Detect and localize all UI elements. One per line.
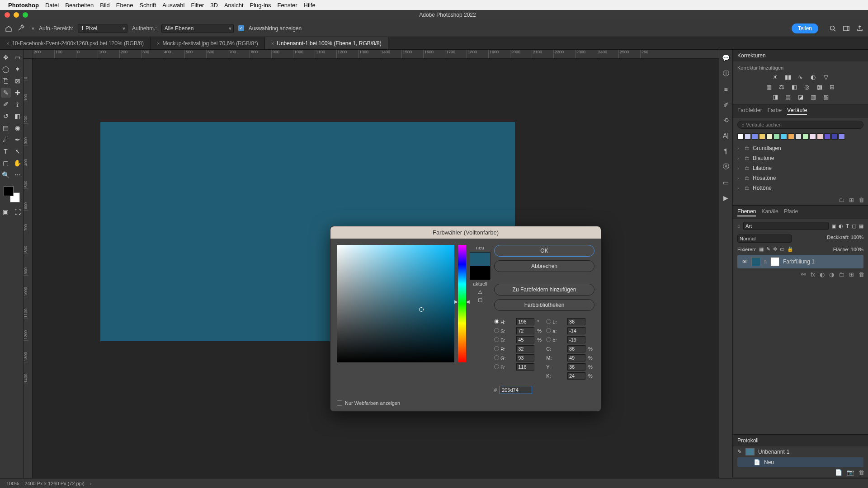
color-swatches[interactable] (4, 186, 20, 202)
blur-tool-icon[interactable]: ◉ (13, 123, 23, 133)
threshold-icon[interactable]: ◪ (796, 93, 805, 100)
home-icon[interactable] (5, 24, 13, 33)
filter-smart-icon[interactable]: ▦ (859, 223, 863, 229)
zoom-level[interactable]: 100% (6, 481, 19, 486)
gradient-swatch[interactable] (795, 133, 802, 140)
stamp-tool-icon[interactable]: ⟟ (13, 99, 23, 109)
gradient-swatch[interactable] (781, 133, 787, 140)
hex-input[interactable] (500, 386, 532, 394)
artboard-tool-icon[interactable]: ▭ (13, 52, 23, 62)
s-input[interactable] (516, 327, 534, 334)
info-panel-icon[interactable]: ⓘ (723, 70, 729, 78)
gradients-search[interactable]: ⌕ Verläufe suchen (737, 121, 863, 129)
character-panel-icon[interactable]: A| (723, 132, 729, 139)
h-input[interactable] (516, 318, 534, 325)
snapshot-brush-icon[interactable]: ✎ (737, 449, 742, 455)
h-radio[interactable] (494, 319, 499, 324)
doc-tab-1[interactable]: ×10-Facebook-Event-2400x1260.psd bei 120… (0, 37, 151, 49)
gradient-swatch[interactable] (824, 133, 830, 140)
gamut-warning-icon[interactable]: ⚠ (478, 289, 482, 295)
bv-input[interactable] (516, 336, 534, 343)
tab-ebenen[interactable]: Ebenen (737, 208, 756, 216)
gradient-map-icon[interactable]: ▥ (809, 93, 818, 100)
history-title[interactable]: Protokoll (733, 435, 868, 446)
ruler-origin[interactable] (24, 50, 33, 59)
opacity-value[interactable]: 100% (851, 235, 863, 240)
selective-icon[interactable]: ▧ (821, 93, 830, 100)
gradient-folder[interactable]: ›🗀Rosatöne (737, 173, 863, 183)
filter-pixel-icon[interactable]: ▣ (831, 223, 836, 229)
pen-tool-icon[interactable]: ✒ (13, 135, 23, 145)
layer-kind-filter[interactable]: Art (743, 222, 829, 230)
web-only-checkbox[interactable] (337, 400, 342, 406)
balance-icon[interactable]: ⚖ (777, 83, 786, 90)
s-radio[interactable] (494, 328, 499, 333)
actions-panel-icon[interactable]: ▶ (723, 194, 728, 202)
menu-hilfe[interactable]: Hilfe (304, 2, 316, 9)
properties-panel-icon[interactable]: ≡ (724, 86, 727, 93)
gradient-swatch[interactable] (839, 133, 845, 140)
tab-verlaufe[interactable]: Verläufe (787, 107, 807, 115)
hue-slider[interactable]: ▶◀ (458, 245, 466, 362)
show-ring-checkbox[interactable]: ✓ (238, 25, 244, 31)
heal-tool-icon[interactable]: ✚ (13, 88, 23, 98)
menu-plugins[interactable]: Plug-ins (250, 2, 271, 9)
menu-schrift[interactable]: Schrift (139, 2, 156, 9)
gradient-swatch[interactable] (737, 133, 744, 140)
hand-tool-icon[interactable]: ✋ (13, 158, 23, 168)
a-radio[interactable] (546, 328, 551, 333)
c-input[interactable] (567, 345, 585, 352)
layer-name[interactable]: Farbfüllung 1 (783, 258, 815, 265)
create-doc-icon[interactable]: 📄 (835, 469, 842, 476)
new-swatch-icon[interactable]: ⊞ (849, 197, 854, 203)
dialog-title[interactable]: Farbwähler (Volltonfarbe) (330, 226, 601, 239)
levels-icon[interactable]: ▮▮ (783, 73, 793, 80)
color-libraries-button[interactable]: Farbbibliotheken (494, 299, 594, 311)
group-icon[interactable]: 🗀 (839, 271, 844, 278)
fx-icon[interactable]: fx (811, 271, 815, 278)
filter-adj-icon[interactable]: ◐ (839, 223, 843, 229)
zoom-tool-icon[interactable]: 🔍 (1, 170, 11, 180)
share-button[interactable]: Teilen (792, 23, 818, 33)
menu-auswahl[interactable]: Auswahl (162, 2, 184, 9)
g-radio[interactable] (494, 355, 499, 360)
dodge-tool-icon[interactable]: ☄ (1, 135, 11, 145)
minimize-window-icon[interactable] (14, 12, 19, 18)
tab-kanale[interactable]: Kanäle (761, 208, 778, 216)
new-layer-icon[interactable]: ⊞ (849, 271, 854, 278)
bc-radio[interactable] (494, 364, 499, 369)
gradient-swatch[interactable] (831, 133, 838, 140)
move-tool-icon[interactable]: ✥ (1, 52, 11, 62)
brush-tool-icon[interactable]: ✐ (1, 99, 11, 109)
eyedropper-tool-icon[interactable]: ✎ (1, 88, 11, 98)
bv-radio[interactable] (494, 337, 499, 342)
app-name[interactable]: Photoshop (8, 2, 39, 9)
color-picker-dialog[interactable]: Farbwähler (Volltonfarbe) ▶◀ neu aktuell… (330, 226, 601, 412)
lock-pos-icon[interactable]: ✥ (773, 246, 777, 252)
filter-type-icon[interactable]: T (846, 223, 849, 229)
curves-icon[interactable]: ∿ (796, 73, 805, 80)
gradient-folder[interactable]: ›🗀Rottöne (737, 183, 863, 193)
color-preview[interactable] (470, 252, 491, 279)
blend-mode-select[interactable]: Normal (737, 235, 792, 243)
adjustments-title[interactable]: Korrekturen (733, 50, 868, 61)
wand-tool-icon[interactable]: ✶ (13, 64, 23, 74)
gradient-folder[interactable]: ›🗀Lilatöne (737, 163, 863, 173)
type-tool-icon[interactable]: T (1, 146, 11, 156)
exposure-icon[interactable]: ◐ (809, 73, 818, 80)
gradient-swatch[interactable] (774, 133, 780, 140)
layer-thumb[interactable] (751, 257, 760, 266)
doc-dimensions[interactable]: 2400 Px x 1260 Px (72 ppi) (24, 481, 85, 486)
menu-bearbeiten[interactable]: Bearbeiten (65, 2, 94, 9)
delete-layer-icon[interactable]: 🗑 (859, 271, 864, 278)
more-tools-icon[interactable]: ⋯ (13, 170, 23, 180)
hue-icon[interactable]: ▦ (764, 83, 774, 90)
gradient-swatch[interactable] (802, 133, 809, 140)
fill-value[interactable]: 100% (851, 247, 863, 252)
m-input[interactable] (567, 354, 585, 361)
menu-ebene[interactable]: Ebene (116, 2, 133, 9)
rectangle-tool-icon[interactable]: ▢ (1, 158, 11, 168)
foreground-swatch[interactable] (4, 186, 14, 196)
bc-input[interactable] (516, 363, 534, 371)
filter-shape-icon[interactable]: ▢ (852, 223, 856, 229)
